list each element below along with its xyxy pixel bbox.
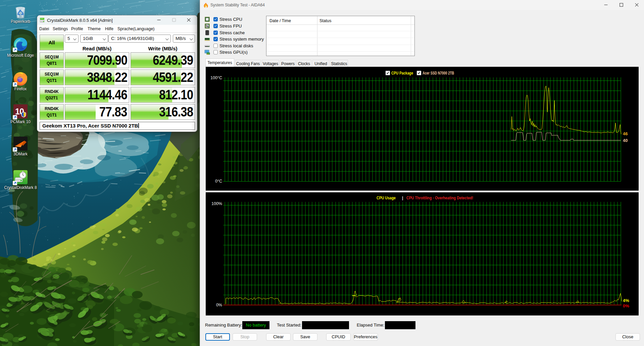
svg-text:CPU Package: CPU Package <box>391 71 413 76</box>
svg-text:0%: 0% <box>623 303 629 308</box>
svg-text:0%: 0% <box>216 303 222 307</box>
svg-text:%: % <box>206 24 208 28</box>
svg-text:Acer SSD N7000 2TB: Acer SSD N7000 2TB <box>423 71 454 76</box>
svg-text:CPU Usage: CPU Usage <box>377 196 396 200</box>
svg-text:4%: 4% <box>623 298 629 303</box>
svg-text:40: 40 <box>623 138 628 143</box>
svg-text:46: 46 <box>623 131 628 136</box>
svg-text:100°C: 100°C <box>210 76 222 80</box>
svg-text:100%: 100% <box>211 201 222 206</box>
svg-text:|: | <box>402 196 403 200</box>
svg-text:0°C: 0°C <box>215 179 222 184</box>
svg-text:CPU Throttling - Overheating D: CPU Throttling - Overheating Detected! <box>406 196 473 200</box>
